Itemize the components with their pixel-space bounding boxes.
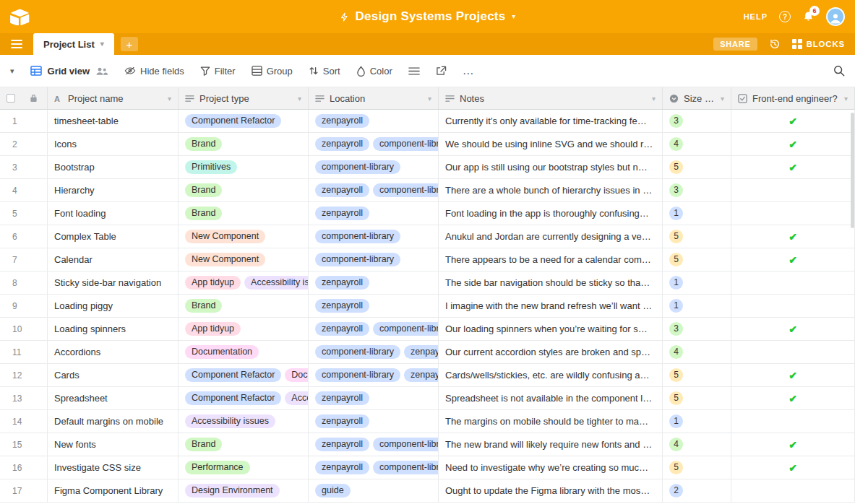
chevron-down-icon[interactable]: ▾	[298, 95, 301, 103]
frontend-cell[interactable]	[731, 179, 855, 201]
row-number-cell[interactable]: 17	[0, 479, 48, 502]
size-cell[interactable]: 4	[663, 433, 731, 456]
project-type-cell[interactable]: Brand	[179, 295, 309, 317]
location-cell[interactable]: component-library	[309, 225, 439, 248]
notes-cell[interactable]: Spreadsheet is not available in the comp…	[439, 387, 663, 409]
notes-cell[interactable]: There are a whole bunch of hierarchy iss…	[439, 179, 663, 201]
share-view-button[interactable]	[436, 66, 447, 76]
project-type-cell[interactable]: Brand	[179, 133, 309, 155]
project-name-cell[interactable]: Default margins on mobile	[48, 410, 179, 433]
location-cell[interactable]: guide	[309, 479, 439, 502]
notes-cell[interactable]: There appears to be a need for a calenda…	[439, 248, 663, 271]
frontend-cell[interactable]: ✔	[731, 156, 855, 178]
notes-cell[interactable]: Currently it’s only available for time-t…	[439, 110, 663, 132]
group-button[interactable]: Group	[252, 66, 293, 77]
row-number-cell[interactable]: 13	[0, 387, 48, 409]
location-cell[interactable]: zenpayrollcomponent-library	[309, 433, 439, 456]
project-name-cell[interactable]: Figma Component Library	[48, 479, 179, 502]
row-number-cell[interactable]: 15	[0, 433, 48, 456]
avatar[interactable]	[826, 7, 845, 26]
row-number-cell[interactable]: 16	[0, 456, 48, 479]
view-switcher[interactable]: Grid view	[30, 66, 109, 77]
size-cell[interactable]: 1	[663, 410, 731, 433]
project-type-cell[interactable]: Component RefactorDocumentation	[179, 364, 309, 386]
project-name-cell[interactable]: Bootstrap	[48, 156, 179, 178]
location-cell[interactable]: component-libraryzenpayroll	[309, 341, 439, 363]
column-header-project-type[interactable]: Project type ▾	[179, 87, 309, 109]
notes-cell[interactable]: Cards/wells/stickies, etc. are wildly co…	[439, 364, 663, 386]
location-cell[interactable]: zenpayrollcomponent-library	[309, 179, 439, 201]
size-cell[interactable]: 4	[663, 133, 731, 155]
color-button[interactable]: Color	[356, 66, 392, 77]
base-title-menu[interactable]: Design Systems Projects ▾	[340, 9, 516, 24]
project-type-cell[interactable]: Component RefactorAccessibility issues	[179, 387, 309, 409]
frontend-cell[interactable]: ✔	[731, 248, 855, 271]
frontend-cell[interactable]	[731, 295, 855, 317]
notes-cell[interactable]: Ought to update the Figma library with t…	[439, 479, 663, 502]
project-name-cell[interactable]: Icons	[48, 133, 179, 155]
size-cell[interactable]: 5	[663, 248, 731, 271]
notes-cell[interactable]: Font loading in the app is thoroughly co…	[439, 202, 663, 225]
project-name-cell[interactable]: Loading spinners	[48, 318, 179, 340]
frontend-cell[interactable]: ✔	[731, 318, 855, 340]
location-cell[interactable]: zenpayroll	[309, 202, 439, 225]
location-cell[interactable]: zenpayroll	[309, 110, 439, 132]
size-cell[interactable]: 4	[663, 341, 731, 363]
frontend-cell[interactable]: ✔	[731, 387, 855, 409]
chevron-down-icon[interactable]: ▾	[168, 95, 171, 103]
project-type-cell[interactable]: Documentation	[179, 341, 309, 363]
size-cell[interactable]: 5	[663, 456, 731, 479]
project-type-cell[interactable]: App tidyupAccessibility issues	[179, 271, 309, 294]
chevron-down-icon[interactable]: ▾	[652, 95, 656, 103]
project-name-cell[interactable]: Hierarchy	[48, 179, 179, 201]
frontend-cell[interactable]	[731, 479, 855, 502]
notes-cell[interactable]: I imagine with the new brand refresh we’…	[439, 295, 663, 317]
project-type-cell[interactable]: Accessibility issues	[179, 410, 309, 433]
notes-cell[interactable]: Anukul and Jordan are currently designin…	[439, 225, 663, 248]
frontend-cell[interactable]: ✔	[731, 133, 855, 155]
tab-project-list[interactable]: Project List ▾	[33, 33, 114, 55]
frontend-cell[interactable]: ✔	[731, 225, 855, 248]
project-name-cell[interactable]: timesheet-table	[48, 110, 179, 132]
project-type-cell[interactable]: New Component	[179, 248, 309, 271]
size-cell[interactable]: 3	[663, 110, 731, 132]
sidebar-toggle-button[interactable]	[0, 33, 33, 55]
frontend-cell[interactable]	[731, 410, 855, 433]
notes-cell[interactable]: Our loading spinners when you’re waiting…	[439, 318, 663, 340]
location-cell[interactable]: zenpayrollcomponent-library	[309, 133, 439, 155]
row-number-cell[interactable]: 6	[0, 225, 48, 248]
share-button[interactable]: SHARE	[713, 38, 757, 51]
project-type-cell[interactable]: Component Refactor	[179, 110, 309, 132]
size-cell[interactable]: 5	[663, 225, 731, 248]
size-cell[interactable]: 1	[663, 202, 731, 225]
column-header-frontend[interactable]: Front-end engineer? ▾	[731, 87, 855, 109]
frontend-cell[interactable]	[731, 271, 855, 294]
location-cell[interactable]: zenpayroll	[309, 387, 439, 409]
row-number-cell[interactable]: 9	[0, 295, 48, 317]
history-button[interactable]	[769, 38, 781, 50]
chevron-down-icon[interactable]: ▾	[428, 95, 431, 103]
project-type-cell[interactable]: New Component	[179, 225, 309, 248]
size-cell[interactable]: 3	[663, 179, 731, 201]
row-number-cell[interactable]: 8	[0, 271, 48, 294]
location-cell[interactable]: zenpayrollcomponent-library	[309, 456, 439, 479]
notes-cell[interactable]: We should be using inline SVG and we sho…	[439, 133, 663, 155]
row-number-cell[interactable]: 3	[0, 156, 48, 178]
help-button[interactable]: HELP	[744, 12, 768, 21]
size-cell[interactable]: 5	[663, 387, 731, 409]
column-header-size[interactable]: Size … ▾	[663, 87, 731, 109]
project-name-cell[interactable]: Complex Table	[48, 225, 179, 248]
project-type-cell[interactable]: App tidyup	[179, 318, 309, 340]
size-cell[interactable]: 5	[663, 156, 731, 178]
size-cell[interactable]: 5	[663, 364, 731, 386]
vertical-scrollbar[interactable]	[851, 113, 854, 228]
frontend-cell[interactable]: ✔	[731, 364, 855, 386]
project-name-cell[interactable]: Font loading	[48, 202, 179, 225]
filter-button[interactable]: Filter	[200, 66, 236, 77]
location-cell[interactable]: component-libraryzenpayroll	[309, 364, 439, 386]
row-number-cell[interactable]: 11	[0, 341, 48, 363]
frontend-cell[interactable]	[731, 202, 855, 225]
column-header-notes[interactable]: Notes ▾	[439, 87, 663, 109]
location-cell[interactable]: zenpayrollcomponent-library	[309, 318, 439, 340]
frontend-cell[interactable]: ✔	[731, 110, 855, 132]
